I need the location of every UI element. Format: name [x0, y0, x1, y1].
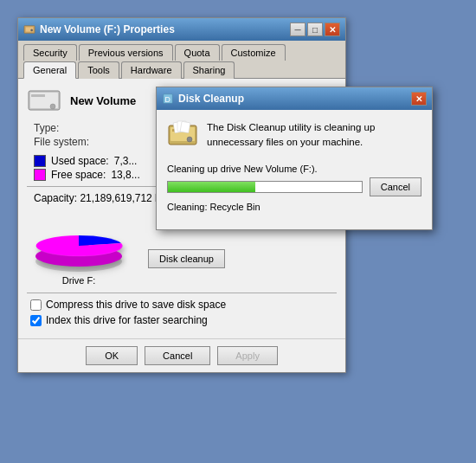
svg-rect-6	[31, 94, 45, 97]
free-value: 13,8...	[111, 169, 139, 181]
divider-2	[27, 293, 337, 293]
progress-bar-container	[167, 181, 363, 193]
used-color-box	[34, 155, 46, 167]
free-color-box	[34, 169, 46, 181]
used-value: 7,3...	[114, 155, 138, 167]
tab-sharing[interactable]: Sharing	[183, 61, 235, 79]
free-label: Free space:	[51, 169, 106, 181]
properties-title-bar: New Volume (F:) Properties ─ □ ✕	[18, 18, 345, 41]
cleaning-item: Recycle Bin	[210, 202, 261, 212]
drive-title-icon	[23, 23, 35, 35]
progress-label: Cleaning up drive New Volume (F:).	[167, 164, 421, 174]
ok-button[interactable]: OK	[86, 346, 138, 365]
tab-tools[interactable]: Tools	[78, 61, 119, 79]
svg-point-15	[187, 137, 192, 142]
cleaning-prefix: Cleaning:	[167, 202, 207, 212]
cleanup-dialog-title: Disk Cleanup	[178, 93, 244, 105]
compress-label: Compress this drive to save disk space	[46, 299, 226, 311]
cleanup-content: The Disk Cleanup utility is cleaning up …	[157, 110, 432, 229]
cleaning-status: Cleaning: Recycle Bin	[167, 202, 421, 212]
tab-hardware[interactable]: Hardware	[121, 61, 182, 79]
tab-customize[interactable]: Customize	[222, 44, 286, 61]
tab-row-2: General Tools Hardware Sharing	[22, 61, 345, 78]
close-button[interactable]: ✕	[325, 23, 340, 36]
drive-name-label: New Volume	[70, 94, 136, 107]
disk-cleanup-button[interactable]: Disk cleanup	[148, 249, 225, 268]
compress-checkbox[interactable]	[30, 299, 42, 311]
cleanup-header: The Disk Cleanup utility is cleaning up …	[167, 120, 421, 151]
pie-label: Drive F:	[62, 275, 96, 286]
index-label: Index this drive for faster searching	[46, 314, 208, 326]
progress-section: Cleaning up drive New Volume (F:). Cance…	[167, 164, 421, 212]
used-label: Used space:	[51, 155, 109, 167]
cleanup-title-bar: D Disk Cleanup ✕	[157, 87, 432, 110]
title-bar-left: New Volume (F:) Properties	[23, 23, 175, 35]
svg-rect-18	[180, 121, 190, 133]
progress-bar-fill	[168, 182, 255, 192]
cleanup-drive-icon	[167, 120, 198, 151]
tabs-container: Security Previous versions Quota Customi…	[18, 41, 345, 78]
maximize-button[interactable]: □	[307, 23, 323, 36]
drive-icon	[27, 87, 61, 113]
cleanup-title-buttons: ✕	[411, 92, 427, 106]
svg-point-2	[30, 29, 33, 32]
tab-previous-versions[interactable]: Previous versions	[79, 44, 173, 61]
bottom-buttons: OK Cancel Apply	[18, 338, 345, 372]
pie-container: Drive F:	[27, 211, 131, 286]
cleanup-title-left: D Disk Cleanup	[162, 93, 244, 105]
tab-security[interactable]: Security	[23, 44, 77, 61]
compress-checkbox-row: Compress this drive to save disk space	[30, 299, 337, 311]
svg-point-5	[50, 104, 55, 109]
cleanup-close-button[interactable]: ✕	[411, 92, 427, 106]
disk-cleanup-dialog: D Disk Cleanup ✕ The	[156, 87, 433, 230]
title-buttons: ─ □ ✕	[290, 23, 340, 36]
tab-row-1: Security Previous versions Quota Customi…	[22, 43, 345, 60]
cleanup-cancel-button[interactable]: Cancel	[370, 177, 421, 196]
svg-text:D: D	[165, 95, 170, 104]
index-checkbox[interactable]	[30, 315, 42, 326]
cleanup-message: The Disk Cleanup utility is cleaning up …	[207, 120, 421, 151]
tab-general[interactable]: General	[23, 61, 76, 79]
minimize-button[interactable]: ─	[290, 23, 306, 36]
tab-quota[interactable]: Quota	[175, 44, 220, 61]
pie-chart	[27, 211, 131, 272]
index-checkbox-row: Index this drive for faster searching	[30, 314, 337, 326]
cleanup-title-icon: D	[162, 93, 174, 105]
cancel-button[interactable]: Cancel	[145, 346, 210, 365]
progress-row: Cancel	[167, 177, 421, 196]
apply-button[interactable]: Apply	[217, 346, 278, 365]
capacity-label: Capacity:	[34, 192, 77, 204]
properties-title: New Volume (F:) Properties	[40, 23, 175, 35]
